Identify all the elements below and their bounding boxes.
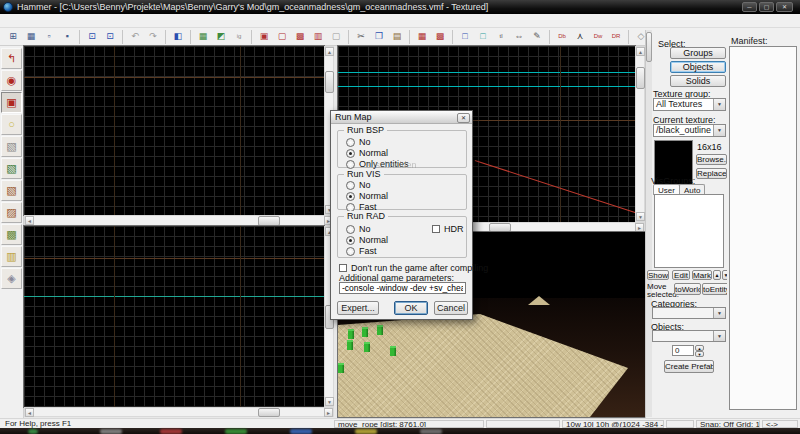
taskbar-app-icon[interactable] [225,429,247,434]
toggle-grid-icon[interactable]: ▦ [23,29,39,44]
save-window-state-icon[interactable]: ⊡ [102,29,118,44]
scrollbar-horizontal[interactable]: ◄ ► [24,407,334,417]
status-resize-handle[interactable]: <-> [762,420,798,428]
magnify-tool[interactable]: ◉ [1,70,22,91]
apply-decals-tool[interactable]: ▨ [1,202,22,223]
viewport-2d-top[interactable] [24,46,324,215]
chevron-down-icon[interactable]: ▼ [713,308,725,318]
solids-button[interactable]: Solids [670,75,726,87]
group-world-icon[interactable]: ▥ [310,29,326,44]
cut-icon[interactable]: ✂ [353,29,369,44]
vertex-manipulation-tool[interactable]: ◈ [1,268,22,289]
ok-button[interactable]: OK [394,301,428,315]
taskbar-app-icon[interactable] [420,429,442,434]
viewport-2d-bottom[interactable] [24,226,324,407]
manifest-list[interactable] [729,46,797,410]
taskbar-app-icon[interactable] [355,429,377,434]
radio-rad-normal[interactable]: Normal [346,235,388,245]
current-texture-select[interactable]: /black_outline ▼ [653,124,726,137]
texture-application-tool[interactable]: ▧ [1,158,22,179]
overlay-tool[interactable]: ▩ [1,224,22,245]
entity-tool[interactable]: ○ [1,114,22,135]
dialog-close-button[interactable]: ✕ [457,113,470,123]
show-button[interactable]: Show [647,270,669,280]
game-parameters-input[interactable] [339,282,466,294]
maximize-button[interactable]: ▢ [759,2,774,12]
close-button[interactable]: ✕ [776,2,793,12]
displacement-icon[interactable]: ▦ [195,29,211,44]
sidebar-scrollbar[interactable] [646,30,652,417]
taskbar-app-icon[interactable] [160,429,182,434]
scrollbar-thumb[interactable] [258,408,280,417]
clipping-tool[interactable]: ▥ [1,246,22,267]
snap-to-grid-icon[interactable]: ⊞ [5,29,21,44]
larger-grid-icon[interactable]: ▪ [59,29,75,44]
load-window-state-icon[interactable]: ⊡ [84,29,100,44]
hdr-checkbox[interactable]: HDR [432,224,464,234]
run-bsp-icon[interactable]: Db [554,29,570,44]
run-vis-icon[interactable]: Dw [590,29,606,44]
scrollbar-thumb[interactable] [636,67,645,89]
undo-icon[interactable]: ↶ [127,29,143,44]
edit-button[interactable]: Edit [672,270,690,280]
objects-select[interactable]: ▼ [652,330,726,342]
move-selection-icon[interactable]: ⇔ [511,29,527,44]
ungroup-icon[interactable]: ▢ [274,29,290,44]
redo-icon[interactable]: ↷ [145,29,161,44]
move-up-button[interactable]: ▲ [713,270,721,280]
selection-tool[interactable]: ↰ [1,48,22,69]
texture-group-select[interactable]: All Textures ▼ [653,98,726,111]
toggle-helpers-icon[interactable]: tl [493,29,509,44]
radio-bsp-no[interactable]: No [346,137,371,147]
mark-button[interactable]: Mark [692,270,712,280]
edit-properties-icon[interactable]: ✎ [529,29,545,44]
instancing-icon[interactable]: ig [231,29,247,44]
radio-vis-no[interactable]: No [346,180,371,190]
scrollbar-thumb[interactable] [646,32,652,62]
replace-button[interactable]: Replace... [696,168,727,179]
scrollbar-thumb[interactable] [258,216,280,226]
camera-tool[interactable]: ▣ [1,92,22,113]
texture-scale-lock-icon[interactable]: ▩ [432,29,448,44]
scrollbar-horizontal[interactable]: ◄ ► [24,215,334,226]
chevron-down-icon[interactable]: ▼ [713,331,725,341]
toworld-button[interactable]: toWorld [674,283,701,295]
pointer-mode-icon[interactable]: ⋏ [572,29,588,44]
group-detail-icon[interactable]: ▢ [328,29,344,44]
run-rad-icon[interactable]: DR [608,29,624,44]
start-orb-icon[interactable] [28,429,38,434]
scrollbar-thumb[interactable] [325,71,334,93]
spinner-down-button[interactable]: ▼ [695,351,704,357]
carve-icon[interactable]: ◧ [170,29,186,44]
chevron-down-icon[interactable]: ▼ [713,99,725,110]
radio-bsp-normal[interactable]: Normal [346,148,388,158]
radio-rad-fast[interactable]: Fast [346,246,377,256]
visgroups-list[interactable] [654,194,724,268]
select-touching-icon[interactable]: □ [457,29,473,44]
cancel-button[interactable]: Cancel [434,301,468,315]
create-prefab-button[interactable]: Create Prefab [664,360,714,373]
apply-current-texture-tool[interactable]: ▧ [1,180,22,201]
radio-vis-normal[interactable]: Normal [346,191,388,201]
minimize-button[interactable]: ─ [742,2,757,12]
windows-taskbar[interactable] [0,428,800,434]
dialog-title-bar[interactable]: Run Map [331,111,472,124]
categories-select[interactable]: ▼ [652,307,726,319]
scrollbar-vertical[interactable]: ▲ ▼ [635,46,645,222]
sculpt-icon[interactable]: ◩ [213,29,229,44]
group-icon[interactable]: ▣ [256,29,272,44]
select-inside-icon[interactable]: □ [475,29,491,44]
scrollbar-thumb[interactable] [489,223,511,232]
objects-button[interactable]: Objects [670,61,726,73]
chevron-down-icon[interactable]: ▼ [713,125,725,136]
texture-lock-icon[interactable]: ▦ [414,29,430,44]
block-tool[interactable]: ▧ [1,136,22,157]
dont-run-checkbox[interactable]: Don't run the game after compiling [339,263,488,273]
taskbar-app-icon[interactable] [100,429,122,434]
smaller-grid-icon[interactable]: ▫ [41,29,57,44]
copy-icon[interactable]: ❐ [371,29,387,44]
prefab-count-field[interactable]: 0 [672,345,694,356]
browse-button[interactable]: Browse... [696,154,727,165]
toentity-button[interactable]: toEntity [702,283,729,295]
radio-rad-no[interactable]: No [346,224,371,234]
